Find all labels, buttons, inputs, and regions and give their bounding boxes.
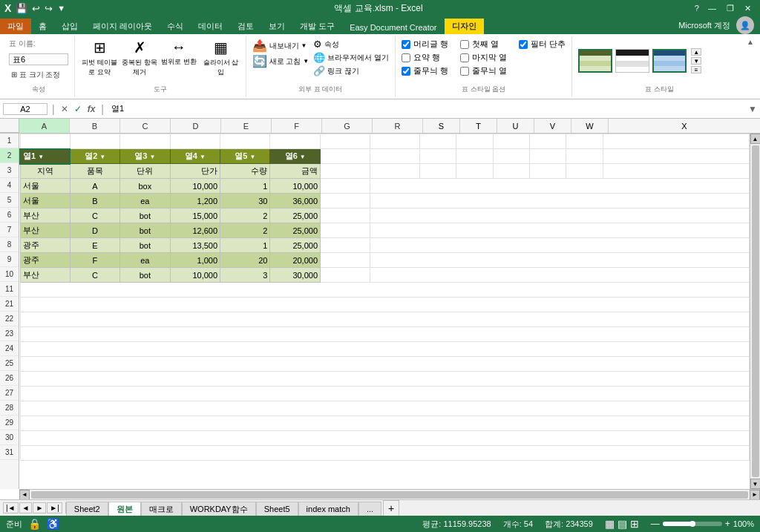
- user-avatar[interactable]: 👤: [736, 16, 754, 34]
- sheet-tab-index-match[interactable]: index match: [298, 502, 358, 516]
- summary-row-checkbox[interactable]: 요약 행: [402, 52, 448, 63]
- zoom-slider[interactable]: [663, 522, 722, 526]
- tab-data[interactable]: 데이터: [191, 19, 230, 34]
- sheet-tab-wonbon[interactable]: 원본: [108, 502, 141, 516]
- style-gallery-scroll[interactable]: ▲ ▼ ≡: [691, 48, 701, 73]
- filter-btn-check[interactable]: [519, 40, 528, 49]
- cell-C2[interactable]: 열3 ▼: [120, 149, 170, 164]
- cell-wide-8[interactable]: [370, 238, 750, 253]
- last-col-check[interactable]: [460, 53, 469, 62]
- cell-F7[interactable]: 25,000: [270, 223, 321, 238]
- cell-E8[interactable]: 1: [220, 238, 270, 253]
- cell-A7[interactable]: 부산: [20, 223, 70, 238]
- cell-C7[interactable]: bot: [120, 223, 170, 238]
- vertical-scrollbar[interactable]: ▲ ▼: [750, 134, 760, 489]
- cell-G2[interactable]: [321, 149, 370, 164]
- row-num-5[interactable]: 5: [0, 193, 19, 208]
- remove-duplicates-button[interactable]: ✗ 중복된 항목 제거: [121, 39, 158, 77]
- cell-X2[interactable]: [603, 149, 749, 164]
- cell-R1[interactable]: [370, 134, 420, 149]
- header-row-check[interactable]: [402, 40, 410, 49]
- cell-F2[interactable]: 열6 ▼: [270, 149, 321, 164]
- cell-D5[interactable]: 1,200: [170, 194, 220, 208]
- cell-C6[interactable]: bot: [120, 208, 170, 223]
- cell-V1[interactable]: [530, 134, 566, 149]
- scroll-up-button[interactable]: ▲: [750, 134, 761, 144]
- row-num-4[interactable]: 4: [0, 178, 19, 193]
- close-button[interactable]: ✕: [740, 4, 756, 13]
- cell-V3[interactable]: [530, 164, 566, 179]
- cell-F1[interactable]: [270, 134, 321, 149]
- cell-G10[interactable]: [321, 268, 370, 283]
- formula-expand-icon[interactable]: ▼: [748, 104, 757, 114]
- cell-G5[interactable]: [321, 194, 370, 208]
- cell-A4[interactable]: 서울: [20, 179, 70, 194]
- cell-F3[interactable]: 금액: [270, 164, 321, 179]
- cell-B8[interactable]: E: [70, 238, 119, 253]
- cell-C4[interactable]: box: [120, 179, 170, 194]
- cell-E5[interactable]: 30: [220, 194, 270, 208]
- row-num-2[interactable]: 2: [0, 148, 19, 163]
- cell-G7[interactable]: [321, 223, 370, 238]
- unlink-button[interactable]: 🔗 링크 끊기: [313, 65, 389, 76]
- style-scroll-up[interactable]: ▲: [691, 48, 701, 56]
- grid-body[interactable]: 1 2 3 4 5 6: [0, 134, 760, 489]
- tab-easy-doc[interactable]: Easy Document Creator: [342, 21, 444, 34]
- zoom-in-button[interactable]: +: [725, 519, 730, 529]
- cell-D9[interactable]: 1,000: [170, 253, 220, 268]
- cell-B6[interactable]: C: [70, 208, 119, 223]
- scroll-thumb-h[interactable]: [31, 491, 748, 499]
- row-num-1[interactable]: 1: [0, 134, 19, 148]
- cell-E3[interactable]: 수량: [220, 164, 270, 179]
- cell-F5[interactable]: 36,000: [270, 194, 321, 208]
- scroll-thumb-v[interactable]: [752, 145, 759, 477]
- sheet-tab-workday[interactable]: WORKDAY함수: [182, 502, 256, 516]
- cell-T2[interactable]: [456, 149, 493, 164]
- convert-range-button[interactable]: ↔ 범위로 변환: [161, 39, 197, 67]
- page-break-button[interactable]: ⊞: [630, 518, 639, 530]
- col-header-W[interactable]: W: [571, 119, 609, 133]
- cell-G3[interactable]: [321, 164, 370, 179]
- cell-U2[interactable]: [493, 149, 529, 164]
- cell-F9[interactable]: 20,000: [270, 253, 321, 268]
- cell-reference-input[interactable]: A2: [3, 103, 48, 115]
- sheet-tab-sheet5[interactable]: Sheet5: [256, 502, 298, 516]
- cell-G4[interactable]: [321, 179, 370, 194]
- cell-F6[interactable]: 25,000: [270, 208, 321, 223]
- customize-qat-icon[interactable]: ▼: [57, 4, 65, 13]
- filter-btn-checkbox[interactable]: 필터 단추: [519, 39, 566, 50]
- cell-E9[interactable]: 20: [220, 253, 270, 268]
- col-header-D[interactable]: D: [171, 119, 221, 133]
- cell-W2[interactable]: [566, 149, 603, 164]
- cell-G1[interactable]: [321, 134, 370, 149]
- scroll-right-button[interactable]: ►: [750, 490, 760, 500]
- user-account[interactable]: Microsoft 계정 👤: [678, 16, 760, 34]
- cell-C5[interactable]: ea: [120, 194, 170, 208]
- refresh-button[interactable]: 🔄 새로 고침 ▼: [252, 54, 309, 68]
- summary-row-check[interactable]: [402, 53, 410, 62]
- cell-A3[interactable]: 지역: [20, 164, 70, 179]
- tab-review[interactable]: 검토: [230, 19, 261, 34]
- cell-G9[interactable]: [321, 253, 370, 268]
- cell-A1[interactable]: [20, 134, 70, 149]
- cell-E1[interactable]: [220, 134, 270, 149]
- accessibility-icon[interactable]: ♿: [47, 518, 59, 530]
- cell-W3[interactable]: [566, 164, 603, 179]
- cell-E7[interactable]: 2: [220, 223, 270, 238]
- add-sheet-button[interactable]: +: [383, 500, 399, 516]
- cell-A10[interactable]: 부산: [20, 268, 70, 283]
- cell-A9[interactable]: 광주: [20, 253, 70, 268]
- scroll-left-button[interactable]: ◄: [19, 490, 30, 500]
- normal-view-button[interactable]: ▦: [605, 518, 615, 530]
- open-browser-button[interactable]: 🌐 브라우저에서 열기: [313, 52, 389, 63]
- cell-A5[interactable]: 서울: [20, 194, 70, 208]
- collapse-ribbon-button[interactable]: ▲: [747, 36, 757, 96]
- cell-B1[interactable]: [70, 134, 119, 149]
- col-header-S[interactable]: S: [423, 119, 460, 133]
- tab-design[interactable]: 디자인: [445, 19, 484, 34]
- sheet-nav-prev[interactable]: ◄: [19, 502, 33, 513]
- cell-B3[interactable]: 품목: [70, 164, 119, 179]
- cell-U3[interactable]: [493, 164, 529, 179]
- cell-A2[interactable]: 열1 ▼: [20, 149, 70, 164]
- horizontal-scrollbar[interactable]: ◄ ►: [19, 489, 760, 499]
